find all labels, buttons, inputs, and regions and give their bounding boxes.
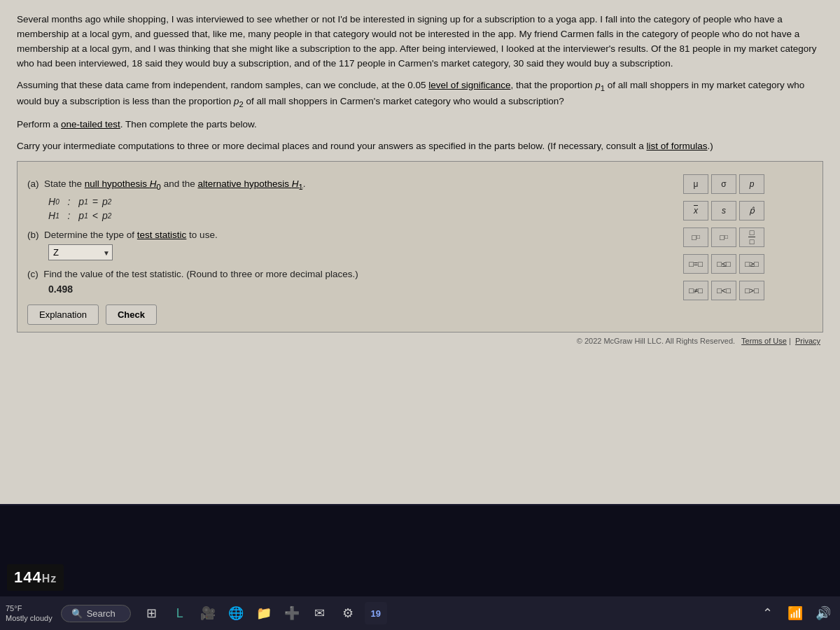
- p1-label: p: [78, 196, 84, 207]
- h0-colon: :: [65, 196, 74, 207]
- square-subscript-symbol[interactable]: □□: [711, 227, 736, 247]
- explanation-button[interactable]: Explanation: [27, 304, 99, 325]
- taskbar-plus-icon[interactable]: ➕: [281, 602, 303, 624]
- h0-subscript: 0: [55, 198, 59, 206]
- xbar-symbol[interactable]: x: [683, 201, 708, 220]
- logo-text: 144Hz: [14, 571, 57, 585]
- taskbar-email-icon[interactable]: ✉: [309, 602, 331, 624]
- dropdown-container: Z t Chi-square F ▼: [48, 244, 676, 260]
- weather-temp: 75°F: [6, 603, 52, 613]
- taskbar-search-label: Search: [87, 608, 115, 619]
- taskbar-weather: 75°F Mostly cloudy: [6, 603, 52, 624]
- level-of-significance-link[interactable]: level of significance: [428, 80, 510, 90]
- p2-label: p: [102, 196, 108, 207]
- instructions-paragraph: Carry your intermediate computations to …: [17, 139, 823, 154]
- taskbar: 75°F Mostly cloudy 🔍 Search ⊞ L 🎥 🌐 📁 ➕ …: [0, 596, 840, 630]
- equals-sign: =: [92, 196, 98, 207]
- p-symbol[interactable]: p: [739, 174, 764, 194]
- symbols-row-1: μ σ p: [683, 174, 764, 194]
- mu-symbol[interactable]: μ: [683, 174, 708, 194]
- one-tailed-paragraph: Perform a one-tailed test. Then complete…: [17, 118, 823, 132]
- p2-h1-label: p: [102, 210, 108, 221]
- symbols-row-5: □≠□ □<□ □>□: [683, 281, 764, 300]
- neq-symbol[interactable]: □≠□: [683, 281, 708, 300]
- alt-hypothesis-link[interactable]: alternative hypothesis H1: [197, 178, 302, 189]
- logo-144: 144: [14, 568, 42, 586]
- p2-subscript: 2: [108, 198, 112, 206]
- taskbar-browser-icon[interactable]: L: [169, 602, 191, 624]
- sigma-symbol[interactable]: σ: [711, 174, 736, 194]
- h0-label: H: [48, 196, 55, 207]
- symbols-row-2: x s p̂: [683, 201, 764, 220]
- taskbar-chevron-icon[interactable]: ⌃: [756, 602, 778, 624]
- taskbar-right: ⌃ 📶 🔊: [756, 602, 834, 624]
- h1-subscript: 1: [55, 212, 59, 220]
- geq-symbol[interactable]: □≥□: [739, 254, 764, 274]
- test-statistic-value: 0.498: [48, 284, 676, 295]
- taskbar-app-icon[interactable]: 19: [365, 602, 387, 624]
- part-c-label: (c) Find the value of the test statistic…: [27, 269, 676, 279]
- part-a-header: (a) State the null hypothesis H0 and the…: [27, 178, 676, 191]
- leq-symbol[interactable]: □≤□: [711, 254, 736, 274]
- statistic-dropdown-wrapper: Z t Chi-square F ▼: [48, 244, 113, 260]
- dark-background: 144Hz: [0, 505, 840, 596]
- logo-area: 144Hz: [7, 564, 64, 591]
- intro-paragraph: Several months ago while shopping, I was…: [17, 13, 823, 71]
- p1-h1-subscript: 1: [84, 212, 88, 220]
- one-tailed-test-link[interactable]: one-tailed test: [61, 119, 120, 130]
- main-content: Several months ago while shopping, I was…: [0, 0, 840, 504]
- part-a-section: (a) State the null hypothesis H0 and the…: [27, 178, 676, 222]
- test-statistic-link[interactable]: test statistic: [137, 230, 187, 240]
- part-b-section: (b) Determine the type of test statistic…: [27, 230, 676, 260]
- list-of-formulas-link[interactable]: list of formulas: [646, 141, 707, 151]
- search-icon: 🔍: [71, 608, 83, 619]
- terms-link[interactable]: Terms of Use: [741, 337, 787, 345]
- logo-hz: Hz: [42, 573, 57, 584]
- taskbar-grid-icon[interactable]: ⊞: [141, 602, 163, 624]
- h1-row: H1 : p1 < p2: [48, 210, 676, 221]
- phat-symbol[interactable]: p̂: [739, 201, 764, 220]
- footer: © 2022 McGraw Hill LLC. All Rights Reser…: [17, 337, 823, 345]
- symbols-panel: μ σ p x s p̂ □□ □□ □ □: [683, 172, 813, 326]
- lt-symbol[interactable]: □<□: [711, 281, 736, 300]
- symbols-row-3: □□ □□ □ □: [683, 227, 764, 247]
- s-symbol[interactable]: s: [711, 201, 736, 220]
- equals-symbol[interactable]: □=□: [683, 254, 708, 274]
- part-c-section: (c) Find the value of the test statistic…: [27, 269, 676, 295]
- p1-h1-label: p: [78, 210, 84, 221]
- check-button[interactable]: Check: [106, 304, 157, 325]
- problem-left: (a) State the null hypothesis H0 and the…: [27, 172, 676, 326]
- h1-colon: :: [65, 210, 74, 221]
- taskbar-folder-icon[interactable]: 📁: [253, 602, 275, 624]
- square-power-symbol[interactable]: □□: [683, 227, 708, 247]
- null-hypothesis-link[interactable]: null hypothesis H0: [85, 178, 161, 189]
- weather-condition: Mostly cloudy: [6, 613, 52, 623]
- h0-row: H0 : p1 = p2: [48, 196, 676, 207]
- taskbar-video-icon[interactable]: 🎥: [197, 602, 219, 624]
- taskbar-settings-icon[interactable]: ⚙: [337, 602, 359, 624]
- taskbar-network-icon[interactable]: 📶: [784, 602, 806, 624]
- taskbar-volume-icon[interactable]: 🔊: [812, 602, 834, 624]
- bottom-buttons: Explanation Check: [27, 304, 676, 325]
- part-b-label: (b) Determine the type of test statistic…: [27, 230, 676, 240]
- less-than-sign: <: [92, 210, 98, 221]
- h1-label: H: [48, 210, 55, 221]
- statistic-dropdown[interactable]: Z t Chi-square F: [48, 244, 113, 260]
- p1-subscript: 1: [84, 198, 88, 206]
- taskbar-icons: ⊞ L 🎥 🌐 📁 ➕ ✉ ⚙ 19: [141, 602, 387, 624]
- gt-symbol[interactable]: □>□: [739, 281, 764, 300]
- taskbar-globe-icon[interactable]: 🌐: [225, 602, 247, 624]
- p2-h1-subscript: 2: [108, 212, 112, 220]
- fraction-symbol[interactable]: □ □: [739, 227, 764, 247]
- taskbar-search-box[interactable]: 🔍 Search: [61, 605, 131, 622]
- privacy-link[interactable]: Privacy: [795, 337, 820, 345]
- question-paragraph: Assuming that these data came from indep…: [17, 78, 823, 111]
- symbols-row-4: □=□ □≤□ □≥□: [683, 254, 764, 274]
- problem-box: (a) State the null hypothesis H0 and the…: [17, 161, 823, 333]
